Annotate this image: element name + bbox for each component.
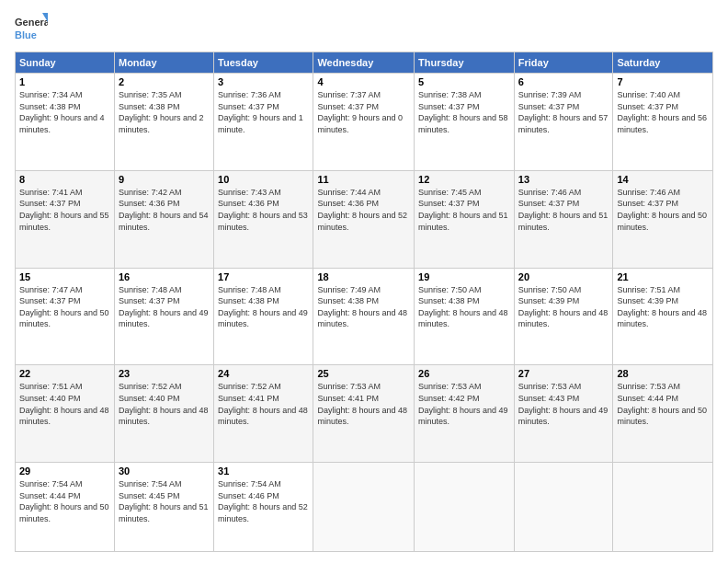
daylight-label: Daylight: 8 hours and 48 minutes. (518, 308, 609, 329)
day-cell: 13Sunrise: 7:46 AMSunset: 4:37 PMDayligh… (514, 170, 613, 268)
sunset-label: Sunset: 4:39 PM (617, 296, 678, 305)
day-number: 29 (19, 465, 110, 477)
day-number: 2 (119, 76, 210, 87)
day-cell: 31Sunrise: 7:54 AMSunset: 4:46 PMDayligh… (214, 463, 313, 552)
day-number: 30 (119, 465, 210, 477)
sunset-label: Sunset: 4:37 PM (19, 296, 81, 305)
sunset-label: Sunset: 4:44 PM (617, 394, 678, 403)
day-info: Sunrise: 7:53 AMSunset: 4:41 PMDaylight:… (317, 381, 410, 427)
svg-text:Blue: Blue (15, 29, 37, 40)
sunset-label: Sunset: 4:38 PM (218, 296, 279, 305)
day-cell: 24Sunrise: 7:52 AMSunset: 4:41 PMDayligh… (214, 365, 313, 463)
day-cell: 6Sunrise: 7:39 AMSunset: 4:37 PMDaylight… (514, 74, 613, 171)
daylight-label: Daylight: 9 hours and 0 minutes. (317, 113, 403, 134)
day-cell: 3Sunrise: 7:36 AMSunset: 4:37 PMDaylight… (214, 74, 313, 171)
sunset-label: Sunset: 4:37 PM (617, 102, 678, 111)
sunrise-label: Sunrise: 7:39 AM (518, 90, 582, 99)
page: General Blue SundayMondayTuesdayWednesda… (0, 0, 728, 563)
day-number: 11 (317, 174, 410, 185)
day-info: Sunrise: 7:44 AMSunset: 4:36 PMDaylight:… (317, 187, 410, 233)
sunset-label: Sunset: 4:37 PM (19, 199, 81, 208)
logo-container: General Blue (15, 11, 48, 44)
day-number: 13 (518, 174, 609, 185)
daylight-label: Daylight: 8 hours and 48 minutes. (119, 406, 209, 427)
daylight-label: Daylight: 8 hours and 56 minutes. (617, 113, 707, 134)
day-cell: 11Sunrise: 7:44 AMSunset: 4:36 PMDayligh… (313, 170, 415, 268)
sunset-label: Sunset: 4:40 PM (19, 394, 81, 403)
day-cell: 7Sunrise: 7:40 AMSunset: 4:37 PMDaylight… (613, 74, 713, 171)
day-cell: 25Sunrise: 7:53 AMSunset: 4:41 PMDayligh… (313, 365, 415, 463)
day-number: 10 (218, 174, 309, 185)
sunrise-label: Sunrise: 7:42 AM (119, 188, 182, 197)
daylight-label: Daylight: 8 hours and 48 minutes. (617, 308, 707, 329)
day-cell: 16Sunrise: 7:48 AMSunset: 4:37 PMDayligh… (114, 268, 213, 365)
day-cell: 26Sunrise: 7:53 AMSunset: 4:42 PMDayligh… (415, 365, 515, 463)
calendar-table: SundayMondayTuesdayWednesdayThursdayFrid… (15, 52, 713, 552)
sunset-label: Sunset: 4:37 PM (418, 199, 480, 208)
sunrise-label: Sunrise: 7:48 AM (218, 285, 281, 294)
day-cell: 20Sunrise: 7:50 AMSunset: 4:39 PMDayligh… (514, 268, 613, 365)
sunrise-label: Sunrise: 7:51 AM (19, 382, 83, 391)
sunset-label: Sunset: 4:41 PM (218, 394, 279, 403)
header: General Blue (15, 11, 713, 44)
day-info: Sunrise: 7:52 AMSunset: 4:40 PMDaylight:… (119, 381, 210, 427)
day-cell (415, 463, 515, 552)
day-cell: 10Sunrise: 7:43 AMSunset: 4:36 PMDayligh… (214, 170, 313, 268)
day-number: 4 (317, 76, 410, 87)
day-number: 24 (218, 368, 309, 379)
daylight-label: Daylight: 8 hours and 48 minutes. (418, 308, 508, 329)
day-cell: 9Sunrise: 7:42 AMSunset: 4:36 PMDaylight… (114, 170, 213, 268)
day-cell: 28Sunrise: 7:53 AMSunset: 4:44 PMDayligh… (613, 365, 713, 463)
day-cell: 5Sunrise: 7:38 AMSunset: 4:37 PMDaylight… (415, 74, 515, 171)
day-number: 16 (119, 271, 210, 282)
week-row-5: 29Sunrise: 7:54 AMSunset: 4:44 PMDayligh… (16, 463, 713, 552)
sunset-label: Sunset: 4:37 PM (518, 199, 580, 208)
sunset-label: Sunset: 4:36 PM (218, 199, 279, 208)
day-info: Sunrise: 7:39 AMSunset: 4:37 PMDaylight:… (518, 89, 609, 135)
daylight-label: Daylight: 8 hours and 48 minutes. (317, 308, 407, 329)
sunrise-label: Sunrise: 7:49 AM (317, 285, 381, 294)
day-info: Sunrise: 7:54 AMSunset: 4:45 PMDaylight:… (119, 478, 210, 524)
sunset-label: Sunset: 4:37 PM (119, 296, 180, 305)
day-number: 31 (218, 465, 309, 477)
day-info: Sunrise: 7:41 AMSunset: 4:37 PMDaylight:… (19, 187, 110, 233)
day-info: Sunrise: 7:51 AMSunset: 4:40 PMDaylight:… (19, 381, 110, 427)
sunset-label: Sunset: 4:38 PM (418, 296, 480, 305)
day-number: 26 (418, 368, 510, 379)
sunset-label: Sunset: 4:46 PM (218, 491, 279, 500)
day-info: Sunrise: 7:36 AMSunset: 4:37 PMDaylight:… (218, 89, 309, 135)
day-number: 25 (317, 368, 410, 379)
sunrise-label: Sunrise: 7:41 AM (19, 188, 83, 197)
daylight-label: Daylight: 8 hours and 55 minutes. (19, 211, 109, 232)
day-cell (514, 463, 613, 552)
day-cell: 14Sunrise: 7:46 AMSunset: 4:37 PMDayligh… (613, 170, 713, 268)
daylight-label: Daylight: 8 hours and 50 minutes. (19, 502, 109, 523)
sunrise-label: Sunrise: 7:40 AM (617, 90, 680, 99)
daylight-label: Daylight: 8 hours and 52 minutes. (218, 502, 308, 523)
daylight-label: Daylight: 8 hours and 54 minutes. (119, 211, 209, 232)
daylight-label: Daylight: 9 hours and 2 minutes. (119, 113, 204, 134)
sunrise-label: Sunrise: 7:53 AM (317, 382, 381, 391)
day-info: Sunrise: 7:37 AMSunset: 4:37 PMDaylight:… (317, 89, 410, 135)
day-cell: 8Sunrise: 7:41 AMSunset: 4:37 PMDaylight… (16, 170, 115, 268)
daylight-label: Daylight: 8 hours and 49 minutes. (418, 406, 508, 427)
svg-text:General: General (15, 17, 48, 28)
sunset-label: Sunset: 4:39 PM (518, 296, 580, 305)
day-number: 18 (317, 271, 410, 282)
day-header-saturday: Saturday (613, 52, 713, 74)
day-info: Sunrise: 7:46 AMSunset: 4:37 PMDaylight:… (617, 187, 709, 233)
day-info: Sunrise: 7:34 AMSunset: 4:38 PMDaylight:… (19, 89, 110, 135)
day-cell: 21Sunrise: 7:51 AMSunset: 4:39 PMDayligh… (613, 268, 713, 365)
day-info: Sunrise: 7:45 AMSunset: 4:37 PMDaylight:… (418, 187, 510, 233)
daylight-label: Daylight: 8 hours and 53 minutes. (218, 211, 308, 232)
sunset-label: Sunset: 4:44 PM (19, 491, 81, 500)
day-info: Sunrise: 7:52 AMSunset: 4:41 PMDaylight:… (218, 381, 309, 427)
day-number: 3 (218, 76, 309, 87)
day-cell: 18Sunrise: 7:49 AMSunset: 4:38 PMDayligh… (313, 268, 415, 365)
sunrise-label: Sunrise: 7:52 AM (119, 382, 182, 391)
sunset-label: Sunset: 4:36 PM (317, 199, 379, 208)
sunrise-label: Sunrise: 7:50 AM (518, 285, 582, 294)
day-cell: 4Sunrise: 7:37 AMSunset: 4:37 PMDaylight… (313, 74, 415, 171)
week-row-2: 8Sunrise: 7:41 AMSunset: 4:37 PMDaylight… (16, 170, 713, 268)
week-row-1: 1Sunrise: 7:34 AMSunset: 4:38 PMDaylight… (16, 74, 713, 171)
